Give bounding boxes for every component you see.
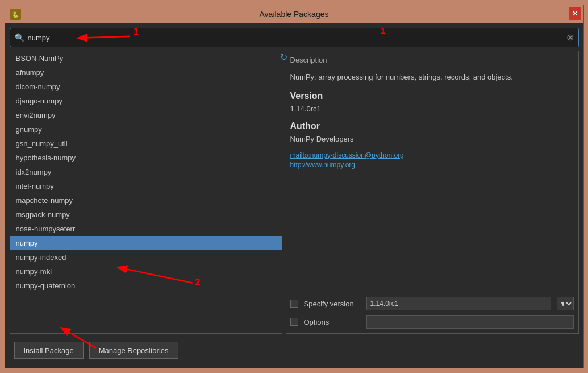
list-item[interactable]: numpy-mkl <box>10 264 282 279</box>
version-value: 1.14.0rc1 <box>290 105 574 113</box>
list-item[interactable]: gnumpy <box>10 122 282 136</box>
install-button[interactable]: Install Package <box>14 342 84 359</box>
link-url[interactable]: http://www.numpy.org <box>290 161 574 169</box>
list-item[interactable]: django-numpy <box>10 94 282 108</box>
divider: ↻ <box>282 51 286 334</box>
package-list: BSON-NumPyafnumpydicom-numpydjango-numpy… <box>10 51 282 333</box>
search-input[interactable] <box>28 34 563 42</box>
list-item[interactable]: envi2numpy <box>10 108 282 122</box>
search-icon: 🔍 <box>15 33 24 42</box>
version-input[interactable] <box>366 297 551 310</box>
list-item[interactable]: nose-numpyseterr <box>10 222 282 236</box>
options-input[interactable] <box>366 315 574 329</box>
list-item[interactable]: BSON-NumPy <box>10 51 282 65</box>
list-item[interactable]: msgpack-numpy <box>10 208 282 222</box>
list-item[interactable]: mapchete-numpy <box>10 193 282 208</box>
main-window: 🐍 Available Packages ✕ 🔍 ⊗ 1 BSON-NumPya… <box>5 5 584 368</box>
list-item[interactable]: numpy-quaternion <box>10 279 282 293</box>
description-text: NumPy: array processing for numbers, str… <box>290 72 574 83</box>
specify-version-label: Specify version <box>304 300 361 308</box>
version-title: Version <box>290 91 574 101</box>
package-list-pane: BSON-NumPyafnumpydicom-numpydjango-numpy… <box>10 51 282 334</box>
author-title: Author <box>290 121 574 131</box>
list-item[interactable]: numpy <box>10 236 282 250</box>
author-value: NumPy Developers <box>290 135 574 143</box>
options-row: Options <box>290 315 574 329</box>
clear-icon[interactable]: ⊗ <box>566 33 574 42</box>
specify-version-row: Specify version ▼ <box>290 297 574 310</box>
title-bar: 🐍 Available Packages ✕ <box>5 5 583 23</box>
description-label: Description <box>290 56 574 67</box>
version-select[interactable]: ▼ <box>557 297 574 310</box>
close-button[interactable]: ✕ <box>569 7 581 20</box>
main-split: BSON-NumPyafnumpydicom-numpydjango-numpy… <box>10 51 579 334</box>
list-item[interactable]: dicom-numpy <box>10 80 282 94</box>
detail-options: Specify version ▼ Options <box>290 291 574 329</box>
bottom-bar: Install Package Manage Repositories <box>10 337 579 363</box>
detail-pane: Description NumPy: array processing for … <box>286 51 579 334</box>
list-item[interactable]: intel-numpy <box>10 179 282 193</box>
options-checkbox[interactable] <box>290 318 298 326</box>
list-item[interactable]: hypothesis-numpy <box>10 151 282 165</box>
search-container: 🔍 ⊗ 1 <box>10 28 579 47</box>
options-label: Options <box>304 318 361 326</box>
window-title: Available Packages <box>260 10 329 19</box>
search-bar: 🔍 ⊗ <box>10 28 579 47</box>
app-logo: 🐍 <box>10 9 21 20</box>
link-email[interactable]: mailto:numpy-discussion@python.org <box>290 151 574 159</box>
list-item[interactable]: numpy-indexed <box>10 250 282 264</box>
refresh-button[interactable]: ↻ <box>280 52 287 63</box>
content-area: 🔍 ⊗ 1 BSON-NumPyafnumpydicom-numpydjango… <box>5 23 583 368</box>
specify-version-checkbox[interactable] <box>290 300 298 308</box>
list-item[interactable]: idx2numpy <box>10 165 282 179</box>
list-item[interactable]: gsn_numpy_util <box>10 136 282 151</box>
list-item[interactable]: afnumpy <box>10 65 282 80</box>
manage-repositories-button[interactable]: Manage Repositories <box>89 342 178 359</box>
